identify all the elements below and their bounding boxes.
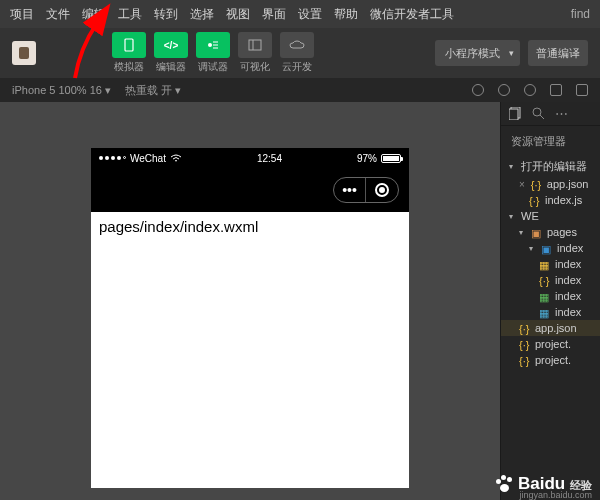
toolbar: 模拟器 </> 编辑器 调试器 可视化 云开发 小程序模式 普通编译 [0, 28, 600, 78]
capsule-close-icon[interactable] [366, 178, 398, 202]
file-index-wxss[interactable]: ▦index [501, 304, 600, 320]
menu-goto[interactable]: 转到 [154, 6, 178, 23]
menubar: 项目 文件 编辑 工具 转到 选择 视图 界面 设置 帮助 微信开发者工具 fi… [0, 0, 600, 28]
wifi-icon [170, 154, 182, 163]
capsule-button: ••• [333, 177, 399, 203]
explorer-title: 资源管理器 [501, 126, 600, 157]
svg-rect-5 [509, 109, 518, 120]
file-tree: ▾打开的编辑器 ×{·}app.json {·}index.js ▾WE ▾▣p… [501, 157, 600, 500]
device-info[interactable]: iPhone 5 100% 16 ▾ [12, 84, 111, 97]
section-project[interactable]: ▾WE [501, 208, 600, 224]
tool-debugger[interactable]: 调试器 [196, 32, 230, 74]
tool-editor[interactable]: </> 编辑器 [154, 32, 188, 74]
capsule-menu-icon[interactable]: ••• [334, 178, 366, 202]
file-project-config[interactable]: {·}project. [501, 336, 600, 352]
phone-simulator: WeChat 12:54 97% ••• pages/index/index.w… [91, 148, 409, 488]
main-area: WeChat 12:54 97% ••• pages/index/index.w… [0, 102, 600, 500]
phone-navbar: ••• [91, 168, 409, 212]
section-open-editors[interactable]: ▾打开的编辑器 [501, 157, 600, 176]
sidebar: ⋯ 资源管理器 ▾打开的编辑器 ×{·}app.json {·}index.js… [500, 102, 600, 500]
time-label: 12:54 [257, 153, 282, 164]
menu-interface[interactable]: 界面 [262, 6, 286, 23]
carrier-label: WeChat [130, 153, 166, 164]
svg-rect-0 [125, 39, 133, 51]
menubar-left: 项目 文件 编辑 工具 转到 选择 视图 界面 设置 帮助 微信开发者工具 [10, 6, 454, 23]
menu-tools[interactable]: 工具 [118, 6, 142, 23]
menu-help[interactable]: 帮助 [334, 6, 358, 23]
svg-rect-2 [249, 40, 261, 50]
status-icon-3[interactable] [524, 84, 536, 96]
files-icon[interactable] [509, 107, 522, 120]
search-icon[interactable] [532, 107, 545, 120]
paw-icon [494, 475, 514, 493]
tool-cloud[interactable]: 云开发 [280, 32, 314, 74]
menu-edit[interactable]: 编辑 [82, 6, 106, 23]
battery-icon [381, 154, 401, 163]
status-icon-5[interactable] [576, 84, 588, 96]
file-index-json[interactable]: {·}index [501, 272, 600, 288]
svg-point-6 [533, 108, 541, 116]
battery-percent: 97% [357, 153, 377, 164]
open-file-app-json[interactable]: ×{·}app.json [501, 176, 600, 192]
status-icon-4[interactable] [550, 84, 562, 96]
status-icon-2[interactable] [498, 84, 510, 96]
watermark-brand: Baidu 经验 [518, 474, 592, 494]
menu-file[interactable]: 文件 [46, 6, 70, 23]
menu-settings[interactable]: 设置 [298, 6, 322, 23]
menu-project[interactable]: 项目 [10, 6, 34, 23]
page-content: pages/index/index.wxml [91, 212, 409, 241]
signal-icon [99, 156, 126, 160]
statusbar: iPhone 5 100% 16 ▾ 热重载 开 ▾ [0, 78, 600, 102]
sidebar-tabs: ⋯ [501, 102, 600, 126]
file-project-private[interactable]: {·}project. [501, 352, 600, 368]
file-index-js[interactable]: ▦index [501, 256, 600, 272]
svg-point-1 [208, 43, 212, 47]
svg-line-7 [540, 115, 544, 119]
mode-select[interactable]: 小程序模式 [435, 40, 520, 66]
tool-simulator[interactable]: 模拟器 [112, 32, 146, 74]
watermark: Baidu 经验 [494, 474, 592, 494]
hot-reload[interactable]: 热重载 开 ▾ [125, 83, 181, 98]
file-index-wxml[interactable]: ▦index [501, 288, 600, 304]
simulator-area: WeChat 12:54 97% ••• pages/index/index.w… [0, 102, 500, 500]
open-file-index-js[interactable]: {·}index.js [501, 192, 600, 208]
menu-select[interactable]: 选择 [190, 6, 214, 23]
search-hint[interactable]: find [571, 7, 590, 21]
menu-view[interactable]: 视图 [226, 6, 250, 23]
folder-index[interactable]: ▾▣index [501, 240, 600, 256]
file-app-json[interactable]: {·}app.json [501, 320, 600, 336]
folder-pages[interactable]: ▾▣pages [501, 224, 600, 240]
status-icon-1[interactable] [472, 84, 484, 96]
phone-statusbar: WeChat 12:54 97% [91, 148, 409, 168]
menu-wechat-devtools[interactable]: 微信开发者工具 [370, 6, 454, 23]
tool-visual[interactable]: 可视化 [238, 32, 272, 74]
compile-select[interactable]: 普通编译 [528, 40, 588, 66]
app-icon[interactable] [12, 41, 36, 65]
more-icon[interactable]: ⋯ [555, 106, 568, 121]
